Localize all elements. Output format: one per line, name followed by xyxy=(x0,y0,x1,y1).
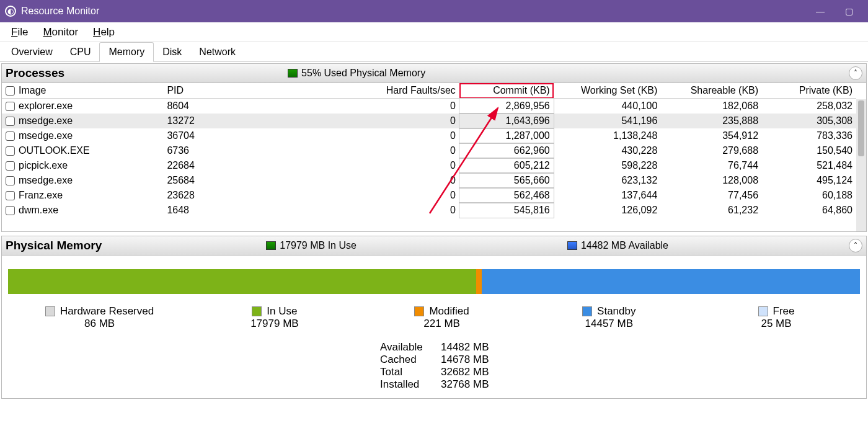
table-row[interactable]: msedge.exe3670401,287,0001,138,248354,91… xyxy=(2,128,856,143)
tab-cpu[interactable]: CPU xyxy=(61,43,100,61)
swatch-icon xyxy=(414,306,424,316)
avail-text: 14482 MB Available xyxy=(581,240,668,251)
usage-text: 55% Used Physical Memory xyxy=(301,68,425,79)
table-row[interactable]: picpick.exe226840605,212598,22876,744521… xyxy=(2,158,856,173)
row-checkbox[interactable] xyxy=(6,131,15,141)
legend-hardware-reserved: Hardware Reserved 86 MB xyxy=(45,305,154,330)
legend-in-use: In Use 17979 MB xyxy=(228,305,321,330)
memory-segment-inuse xyxy=(8,269,476,294)
process-table-container: Image PID Hard Faults/sec Commit (KB) Wo… xyxy=(1,83,867,232)
col-pid[interactable]: PID xyxy=(163,83,244,99)
swatch-icon xyxy=(758,306,768,316)
minimize-button[interactable]: — xyxy=(806,6,835,16)
table-row[interactable]: msedge.exe256840565,660623,132128,008495… xyxy=(2,173,856,188)
scrollbar-thumb[interactable] xyxy=(858,100,864,156)
table-row[interactable]: dwm.exe16480545,816126,09261,23264,860 xyxy=(2,203,856,218)
tab-memory[interactable]: Memory xyxy=(99,42,154,62)
row-checkbox[interactable] xyxy=(6,206,15,215)
legend-free: Free 25 MB xyxy=(730,305,823,330)
window-titlebar: ◐ Resource Monitor — ▢ xyxy=(0,0,868,22)
menu-file[interactable]: File xyxy=(4,25,35,40)
tab-disk[interactable]: Disk xyxy=(154,43,190,61)
section-title-physical: Physical Memory xyxy=(6,239,102,252)
table-row[interactable]: Franz.exe236280562,468137,64477,45660,18… xyxy=(2,188,856,203)
col-workingset[interactable]: Working Set (KB) xyxy=(554,83,662,99)
legend-modified: Modified 221 MB xyxy=(396,305,489,330)
memory-segment-mod xyxy=(476,269,482,294)
row-checkbox[interactable] xyxy=(6,176,15,185)
menu-help[interactable]: Help xyxy=(86,25,122,40)
row-checkbox[interactable] xyxy=(6,191,15,200)
section-header-physical[interactable]: Physical Memory 17979 MB In Use 14482 MB… xyxy=(1,236,867,256)
memory-chip-icon xyxy=(266,241,276,250)
row-checkbox[interactable] xyxy=(6,102,15,111)
collapse-button[interactable]: ˄ xyxy=(849,239,862,252)
app-icon: ◐ xyxy=(5,6,16,17)
col-private[interactable]: Private (KB) xyxy=(762,83,856,99)
inuse-text: 17979 MB In Use xyxy=(280,240,356,251)
menu-monitor[interactable]: Monitor xyxy=(35,25,86,40)
tab-overview[interactable]: Overview xyxy=(2,43,61,61)
swatch-icon xyxy=(582,306,592,316)
table-row[interactable]: explorer.exe860402,869,956440,100182,068… xyxy=(2,99,856,114)
col-image[interactable]: Image xyxy=(2,83,163,99)
legend-standby: Standby 14457 MB xyxy=(562,305,655,330)
window-title: Resource Monitor xyxy=(21,6,99,17)
table-scrollbar[interactable] xyxy=(856,99,866,231)
row-checkbox[interactable] xyxy=(6,161,15,171)
memory-chip-icon xyxy=(288,69,298,78)
row-checkbox[interactable] xyxy=(6,146,15,156)
process-table: Image PID Hard Faults/sec Commit (KB) Wo… xyxy=(2,83,856,218)
row-checkbox[interactable] xyxy=(6,117,15,126)
maximize-button[interactable]: ▢ xyxy=(835,6,863,16)
memory-segment-free xyxy=(858,269,860,294)
col-hardfaults[interactable]: Hard Faults/sec xyxy=(244,83,459,99)
checkbox-all[interactable] xyxy=(6,86,15,96)
tab-bar: Overview CPU Memory Disk Network xyxy=(0,42,868,62)
col-commit[interactable]: Commit (KB) xyxy=(459,83,554,99)
section-title: Processes xyxy=(6,66,64,80)
memory-stats: Available14482 MB Cached14678 MB Total32… xyxy=(380,341,860,391)
table-header-row: Image PID Hard Faults/sec Commit (KB) Wo… xyxy=(2,83,856,99)
swatch-icon xyxy=(45,306,55,316)
memory-bar-chart xyxy=(8,269,860,294)
col-shareable[interactable]: Shareable (KB) xyxy=(661,83,762,99)
tab-network[interactable]: Network xyxy=(190,43,244,61)
table-row[interactable]: msedge.exe1327201,643,696541,196235,8883… xyxy=(2,114,856,128)
collapse-button[interactable]: ˄ xyxy=(849,66,862,80)
memory-legend: Hardware Reserved 86 MB In Use 17979 MB … xyxy=(8,305,860,330)
memory-chip-icon xyxy=(567,241,577,250)
physical-memory-panel: Hardware Reserved 86 MB In Use 17979 MB … xyxy=(1,256,867,399)
menubar: File Monitor Help xyxy=(0,22,868,42)
section-header-processes[interactable]: Processes 55% Used Physical Memory ˄ xyxy=(1,63,867,83)
swatch-icon xyxy=(252,306,262,316)
memory-segment-standby xyxy=(482,269,858,294)
table-row[interactable]: OUTLOOK.EXE67360662,960430,228279,688150… xyxy=(2,143,856,158)
